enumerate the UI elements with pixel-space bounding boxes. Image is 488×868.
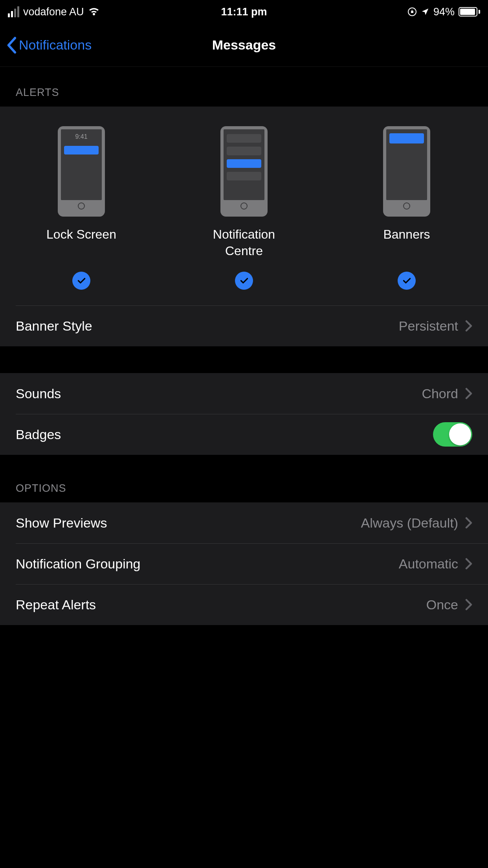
battery-percentage: 94% — [433, 6, 455, 18]
cellular-signal-icon — [8, 6, 19, 17]
page-title: Messages — [212, 37, 276, 53]
alert-type-label: Notification Centre — [213, 226, 275, 262]
back-button[interactable]: Notifications — [6, 37, 92, 54]
chevron-right-icon — [465, 388, 472, 399]
cell-value: Once — [426, 597, 458, 612]
alert-type-notification-centre[interactable]: Notification Centre — [163, 126, 325, 290]
chevron-right-icon — [465, 558, 472, 570]
cell-label: Repeat Alerts — [16, 597, 96, 612]
chevron-right-icon — [465, 320, 472, 332]
status-time: 11:11 pm — [221, 6, 267, 18]
alert-type-banners[interactable]: Banners — [325, 126, 488, 290]
notification-grouping-row[interactable]: Notification Grouping Automatic — [0, 543, 488, 584]
sounds-row[interactable]: Sounds Chord — [0, 373, 488, 414]
chevron-right-icon — [465, 599, 472, 611]
orientation-lock-icon — [407, 7, 417, 17]
checkmark-icon — [398, 272, 416, 290]
cell-label: Badges — [16, 427, 61, 442]
alert-type-label: Lock Screen — [46, 226, 116, 262]
badges-toggle[interactable] — [433, 422, 472, 447]
sounds-group: Sounds Chord Badges — [0, 373, 488, 455]
show-previews-row[interactable]: Show Previews Always (Default) — [0, 502, 488, 543]
checkmark-icon — [235, 272, 253, 290]
notification-centre-icon — [220, 126, 268, 217]
badges-row: Badges — [0, 414, 488, 455]
options-group: Show Previews Always (Default) Notificat… — [0, 502, 488, 625]
battery-icon — [459, 7, 480, 17]
section-header-alerts: ALERTS — [0, 67, 488, 107]
cell-value: Automatic — [399, 556, 458, 572]
repeat-alerts-row[interactable]: Repeat Alerts Once — [0, 584, 488, 625]
section-header-options: OPTIONS — [0, 455, 488, 502]
cell-label: Sounds — [16, 386, 61, 401]
alerts-group: 9:41 Lock Screen Notification Centre — [0, 107, 488, 346]
back-label: Notifications — [19, 37, 92, 53]
cell-label: Show Previews — [16, 515, 107, 531]
alert-type-lock-screen[interactable]: 9:41 Lock Screen — [0, 126, 163, 290]
cell-value: Always (Default) — [361, 515, 458, 531]
checkmark-icon — [72, 272, 90, 290]
status-bar: vodafone AU 11:11 pm 94% — [0, 0, 488, 24]
alert-type-label: Banners — [383, 226, 430, 262]
cell-label: Notification Grouping — [16, 556, 141, 572]
banners-icon — [383, 126, 430, 217]
wifi-icon — [88, 7, 100, 17]
cell-value: Persistent — [399, 318, 458, 334]
carrier-label: vodafone AU — [23, 6, 84, 18]
lock-screen-icon: 9:41 — [58, 126, 105, 217]
cell-value: Chord — [422, 386, 458, 401]
cell-label: Banner Style — [16, 318, 92, 334]
location-icon — [421, 7, 429, 16]
chevron-right-icon — [465, 517, 472, 529]
nav-bar: Notifications Messages — [0, 24, 488, 67]
banner-style-row[interactable]: Banner Style Persistent — [0, 305, 488, 346]
